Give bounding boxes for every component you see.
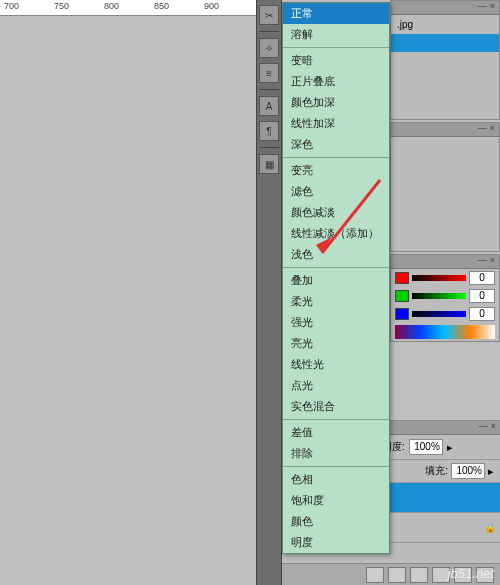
blend-mode-item[interactable]: 颜色 [283,511,389,532]
wand-icon[interactable]: ✧ [259,38,279,58]
blend-mode-item[interactable]: 叠加 [283,270,389,291]
color-swatch-g[interactable] [395,290,409,302]
blend-mode-item[interactable]: 点光 [283,375,389,396]
minimize-icon[interactable]: — [478,255,487,268]
ruler-tick: 800 [104,1,119,11]
chevron-down-icon[interactable]: ▸ [447,441,453,454]
blend-mode-item[interactable]: 排除 [283,443,389,464]
ruler-tick: 900 [204,1,219,11]
close-icon[interactable]: × [491,421,496,434]
value-r[interactable]: 0 [469,271,495,285]
fill-value[interactable]: 100% [451,463,485,479]
color-panel: —× 0 0 0 [390,254,500,342]
blend-mode-item[interactable]: 亮光 [283,333,389,354]
blend-mode-item[interactable]: 线性减淡（添加） [283,223,389,244]
blend-mode-item[interactable]: 颜色加深 [283,92,389,113]
color-swatch-r[interactable] [395,272,409,284]
blend-mode-item[interactable]: 线性光 [283,354,389,375]
blend-mode-item[interactable]: 滤色 [283,181,389,202]
info-panel: —× [390,122,500,252]
blend-mode-item[interactable]: 正常 [283,3,389,24]
blend-mode-dropdown[interactable]: 正常 溶解 变暗 正片叠底 颜色加深 线性加深 深色 变亮 滤色 颜色减淡 线性… [282,2,390,554]
chevron-down-icon[interactable]: ▸ [488,465,494,478]
value-g[interactable]: 0 [469,289,495,303]
panel-header: —× [391,255,499,269]
blend-mode-item[interactable]: 浅色 [283,244,389,265]
ruler-tick: 750 [54,1,69,11]
slider-b[interactable] [412,311,466,317]
blend-mode-item[interactable]: 饱和度 [283,490,389,511]
close-icon[interactable]: × [490,1,495,14]
panel-header: —× [391,123,499,137]
text-icon[interactable]: A [259,96,279,116]
slider-r[interactable] [412,275,466,281]
layer-mask-button[interactable] [410,567,428,583]
blend-mode-item[interactable]: 色相 [283,469,389,490]
blend-mode-item[interactable]: 正片叠底 [283,71,389,92]
blend-mode-item[interactable]: 溶解 [283,24,389,45]
minimize-icon[interactable]: — [478,123,487,136]
color-spectrum[interactable] [395,325,495,339]
layers-icon[interactable]: ≡ [259,63,279,83]
lock-icon: 🔒 [484,522,496,533]
slider-g[interactable] [412,293,466,299]
opacity-value[interactable]: 100% [409,439,443,455]
layer-fx-button[interactable] [388,567,406,583]
scissors-icon[interactable]: ✂ [259,5,279,25]
blend-mode-item[interactable]: 深色 [283,134,389,155]
panel-header: —× [391,1,499,15]
pilcrow-icon[interactable]: ¶ [259,121,279,141]
blend-mode-item[interactable]: 柔光 [283,291,389,312]
blend-mode-item[interactable]: 强光 [283,312,389,333]
value-b[interactable]: 0 [469,307,495,321]
blend-mode-item[interactable]: 线性加深 [283,113,389,134]
ruler-horizontal: 700 750 800 850 900 [0,0,256,16]
collapsed-panel-strip: ✂ ✧ ≡ A ¶ ▦ [256,0,282,585]
blend-mode-item[interactable]: 差值 [283,422,389,443]
minimize-icon[interactable]: — [479,421,488,434]
file-item[interactable]: .jpg [391,15,499,34]
blend-mode-item[interactable]: 变亮 [283,160,389,181]
blend-mode-item[interactable]: 明度 [283,532,389,553]
ruler-tick: 700 [4,1,19,11]
close-icon[interactable]: × [490,123,495,136]
fill-label: 填充: [425,464,448,478]
blend-mode-item[interactable]: 颜色减淡 [283,202,389,223]
layout-icon[interactable]: ▦ [259,154,279,174]
close-icon[interactable]: × [490,255,495,268]
blend-mode-item[interactable]: 实色混合 [283,396,389,417]
blend-mode-item[interactable]: 变暗 [283,50,389,71]
canvas-area: 700 750 800 850 900 [0,0,256,585]
color-swatch-b[interactable] [395,308,409,320]
link-layers-button[interactable] [366,567,384,583]
files-panel: —× .jpg [390,0,500,120]
minimize-icon[interactable]: — [478,1,487,14]
ruler-tick: 850 [154,1,169,11]
file-item-selected[interactable] [391,34,499,52]
watermark: jb51.net [448,566,494,581]
